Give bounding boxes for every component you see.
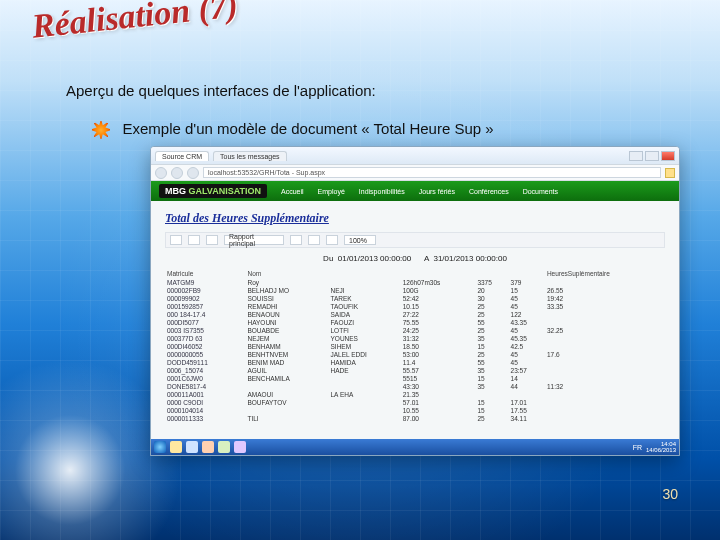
address-bar[interactable]: localhost:53532/GRH/Tota - Sup.aspx: [203, 167, 661, 178]
prev-page-icon[interactable]: [290, 235, 302, 245]
explorer-icon[interactable]: [170, 441, 182, 453]
table-row: DODD459111BENIM MADHAMIDA11.45545: [165, 358, 665, 366]
search-icon[interactable]: [326, 235, 338, 245]
close-button[interactable]: [661, 151, 675, 161]
column-header: [509, 269, 545, 278]
table-row: MATGM9Roy126h07m30s3375379: [165, 278, 665, 286]
refresh-icon[interactable]: [206, 235, 218, 245]
table-row: 000 184-17.4BENAOUNSAIDA27:2225122: [165, 310, 665, 318]
site-navbar: MBG GALVANISATION Accueil Employé Indisp…: [151, 181, 679, 201]
column-header: Nom: [245, 269, 328, 278]
table-row: 000DI46052BENHAMMSIHEM18.501542.5: [165, 342, 665, 350]
table-row: 000099902SOUISSITAREK52:42304519:42: [165, 294, 665, 302]
nav-link[interactable]: Conférences: [469, 188, 509, 195]
column-header: HeuresSuplémentaire: [545, 269, 665, 278]
nav-link[interactable]: Accueil: [281, 188, 304, 195]
table-row: 000377D 63NEJEMYOUNES31:323545.35: [165, 334, 665, 342]
taskbar-clock[interactable]: 14:0414/06/2013: [646, 441, 676, 453]
minimize-button[interactable]: [629, 151, 643, 161]
app-icon[interactable]: [202, 441, 214, 453]
print-icon[interactable]: [188, 235, 200, 245]
start-button[interactable]: [154, 441, 166, 453]
nav-link[interactable]: Employé: [318, 188, 345, 195]
table-row: 0003 IS7355BOUABDELOTFI24:25254532.25: [165, 326, 665, 334]
bookmark-icon[interactable]: [665, 168, 675, 178]
slide-title: Réalisation (7): [30, 0, 240, 46]
table-row: 0000011333TILI87.002534.11: [165, 414, 665, 422]
save-icon[interactable]: [170, 235, 182, 245]
maximize-button[interactable]: [645, 151, 659, 161]
bullet-row: Exemple d'un modèle de document « Total …: [90, 118, 650, 141]
table-row: 000011A001AMAOUILA EHA21.35: [165, 390, 665, 398]
back-button[interactable]: [155, 167, 167, 179]
next-page-icon[interactable]: [308, 235, 320, 245]
address-bar-row: localhost:53532/GRH/Tota - Sup.aspx: [151, 165, 679, 181]
bullet-text: Exemple d'un modèle de document « Total …: [122, 120, 493, 137]
browser-tab-2[interactable]: Tous les messages: [213, 151, 287, 161]
report-selector[interactable]: Rapport principal: [224, 235, 284, 245]
reload-button[interactable]: [187, 167, 199, 179]
forward-button[interactable]: [171, 167, 183, 179]
table-row: 000DI5077HAYOUNIFAOUZI75.555543.35: [165, 318, 665, 326]
table-row: 000010401410.551517.55: [165, 406, 665, 414]
nav-link[interactable]: Documents: [523, 188, 558, 195]
table-row: 0001592857REMADHITAOUFIK10.15254533.35: [165, 302, 665, 310]
taskbar: FR 14:0414/06/2013: [151, 439, 679, 455]
column-header: Matricule: [165, 269, 245, 278]
table-row: 0006_15074AGUILHADE55.573523:57: [165, 366, 665, 374]
browser-icon[interactable]: [186, 441, 198, 453]
window-titlebar: Source CRM Tous les messages: [151, 147, 679, 165]
zoom-level[interactable]: 100%: [344, 235, 376, 245]
report-table: MatriculeNomHeuresSuplémentaire MATGM9Ro…: [165, 269, 665, 422]
slide-subtitle: Aperçu de quelques interfaces de l'appli…: [66, 82, 376, 99]
site-logo[interactable]: MBG GALVANISATION: [159, 184, 267, 198]
taskbar-lang[interactable]: FR: [633, 444, 642, 451]
table-row: 000002FB9BELHADJ MONEJI100G201526.55: [165, 286, 665, 294]
period-line: Du 01/01/2013 00:00:00 A 31/01/2013 00:0…: [165, 254, 665, 263]
report-title: Total des Heures Supplémentaire: [165, 211, 665, 226]
app-icon[interactable]: [234, 441, 246, 453]
table-row: 0001C6JW0BENCHAMILA55151514: [165, 374, 665, 382]
app-icon[interactable]: [218, 441, 230, 453]
embedded-screenshot: Source CRM Tous les messages localhost:5…: [150, 146, 680, 456]
report-toolbar: Rapport principal 100%: [165, 232, 665, 248]
table-row: 0000 C9ODIBOUFAYTOV57.011517.01: [165, 398, 665, 406]
nav-link[interactable]: Jours fériés: [419, 188, 455, 195]
table-row: 0000000055BENHTNVEMJALEL EDDI53:00254517…: [165, 350, 665, 358]
logo-sub: GALVANISATION: [189, 186, 262, 196]
page-number: 30: [662, 486, 678, 502]
column-header: [401, 269, 476, 278]
starburst-icon: [90, 119, 112, 141]
nav-link[interactable]: Indisponibilités: [359, 188, 405, 195]
browser-tab-1[interactable]: Source CRM: [155, 151, 209, 161]
table-row: DONE5817-443:30354411:32: [165, 382, 665, 390]
column-header: [475, 269, 508, 278]
column-header: [328, 269, 400, 278]
